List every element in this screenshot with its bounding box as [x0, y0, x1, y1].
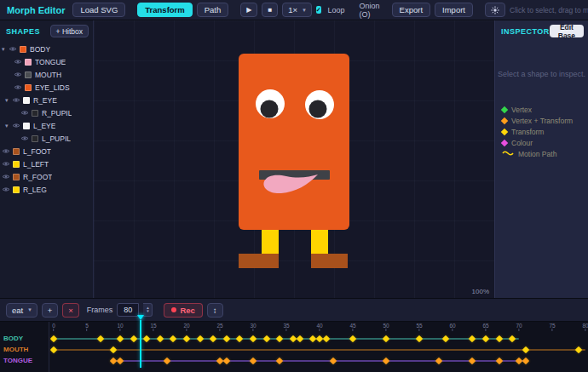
- keyframe-diamond[interactable]: [223, 357, 230, 363]
- keyframe-diamond[interactable]: [50, 346, 57, 352]
- keyframe-diamond[interactable]: [170, 335, 176, 341]
- caret-down-icon[interactable]: ▾: [2, 46, 9, 53]
- keyframe-diamond[interactable]: [117, 357, 124, 363]
- keyframe-diamond[interactable]: [250, 357, 257, 363]
- visibility-eye-icon[interactable]: [12, 97, 23, 103]
- keyframe-diamond[interactable]: [183, 335, 190, 341]
- ruler-tick[interactable]: 55: [416, 323, 422, 331]
- ruler-tick[interactable]: 80: [582, 323, 588, 331]
- keyframe-diamond[interactable]: [495, 357, 502, 363]
- keyframe-diamond[interactable]: [442, 335, 449, 341]
- animation-select[interactable]: eat ▾: [6, 303, 37, 318]
- keyframe-diamond[interactable]: [575, 346, 582, 352]
- ruler-tick[interactable]: 70: [516, 323, 522, 331]
- ruler-tick[interactable]: 65: [482, 323, 488, 331]
- keyframe-diamond[interactable]: [296, 335, 303, 341]
- keyframe-diamond[interactable]: [383, 335, 389, 341]
- path-button[interactable]: Path: [197, 3, 229, 17]
- keyframe-diamond[interactable]: [469, 335, 476, 341]
- visibility-eye-icon[interactable]: [2, 174, 13, 180]
- shape-row-r-eye[interactable]: ▾R_EYE: [0, 94, 93, 106]
- visibility-eye-icon[interactable]: [14, 59, 25, 65]
- visibility-eye-icon[interactable]: [2, 148, 13, 154]
- right-leg-shape[interactable]: [311, 230, 328, 254]
- ruler-tick[interactable]: 35: [283, 323, 289, 331]
- ruler-tick[interactable]: 0: [52, 323, 55, 331]
- ruler-tick[interactable]: 75: [549, 323, 555, 331]
- shape-row-mouth[interactable]: MOUTH: [0, 68, 93, 81]
- keyframe-diamond[interactable]: [509, 335, 516, 341]
- shape-row-body[interactable]: ▾BODY: [0, 43, 93, 55]
- ruler-tick[interactable]: 30: [250, 323, 256, 331]
- keyframe-diamond[interactable]: [196, 335, 203, 341]
- keyframe-diamond[interactable]: [435, 357, 442, 363]
- ruler-tick[interactable]: 20: [183, 323, 189, 331]
- frames-stepper[interactable]: ▲▼: [143, 303, 153, 317]
- load-svg-button[interactable]: Load SVG: [72, 3, 125, 17]
- export-button[interactable]: Export: [392, 3, 430, 17]
- keyframe-diamond[interactable]: [143, 335, 150, 341]
- right-foot-shape[interactable]: [311, 254, 348, 268]
- edit-base-button[interactable]: Edit Base: [550, 25, 584, 37]
- keyframe-diamond[interactable]: [383, 357, 389, 363]
- loop-checkbox[interactable]: [316, 6, 321, 14]
- visibility-eye-icon[interactable]: [14, 84, 25, 90]
- visibility-eye-icon[interactable]: [2, 186, 13, 192]
- rec-button[interactable]: Rec: [164, 303, 202, 318]
- shape-row-r-pupil[interactable]: R_PUPIL: [0, 106, 93, 119]
- caret-down-icon[interactable]: ▾: [5, 97, 12, 104]
- shape-row-r-leg[interactable]: R_LEG: [0, 183, 93, 196]
- shape-row-tongue[interactable]: TONGUE: [0, 55, 93, 68]
- body-shape[interactable]: [239, 54, 349, 230]
- left-leg-shape[interactable]: [262, 230, 279, 254]
- caret-down-icon[interactable]: ▾: [5, 123, 12, 129]
- keyframe-diamond[interactable]: [469, 357, 476, 363]
- frames-input[interactable]: [117, 303, 139, 317]
- keyframe-diamond[interactable]: [495, 335, 502, 341]
- keyframe-diamond[interactable]: [157, 335, 164, 341]
- shape-row-l-left[interactable]: L_LEFT: [0, 157, 93, 170]
- shape-row-l-pupil[interactable]: L_PUPIL: [0, 132, 93, 145]
- visibility-eye-icon[interactable]: [2, 161, 13, 167]
- resize-timeline-button[interactable]: ↕: [207, 303, 223, 318]
- keyframe-diamond[interactable]: [276, 357, 283, 363]
- right-pupil-shape[interactable]: [261, 100, 279, 118]
- keyframe-diamond[interactable]: [329, 357, 336, 363]
- keyframe-diamond[interactable]: [323, 335, 330, 341]
- keyframe-diamond[interactable]: [416, 335, 423, 341]
- settings-button[interactable]: [485, 3, 505, 17]
- keyframe-diamond[interactable]: [50, 335, 57, 341]
- add-animation-button[interactable]: +: [42, 303, 59, 318]
- track-label-body[interactable]: BODY: [3, 333, 23, 344]
- ruler-tick[interactable]: 60: [449, 323, 455, 331]
- left-foot-shape[interactable]: [239, 254, 279, 268]
- visibility-eye-icon[interactable]: [20, 135, 32, 141]
- ruler-tick[interactable]: 40: [316, 323, 322, 331]
- keyframe-diamond[interactable]: [130, 335, 136, 341]
- speed-select[interactable]: 1× ▾: [282, 3, 311, 17]
- keyframe-diamond[interactable]: [96, 335, 103, 341]
- play-button[interactable]: ▶: [240, 3, 257, 17]
- track-label-tongue[interactable]: TONGUE: [3, 355, 32, 366]
- ruler-tick[interactable]: 25: [216, 323, 222, 331]
- visibility-eye-icon[interactable]: [9, 46, 20, 52]
- stop-button[interactable]: ■: [262, 3, 278, 17]
- keyframe-diamond[interactable]: [276, 335, 283, 341]
- shape-row-l-foot[interactable]: L_FOOT: [0, 145, 93, 157]
- keyframe-diamond[interactable]: [117, 335, 124, 341]
- keyframe-diamond[interactable]: [482, 335, 489, 341]
- keyframe-diamond[interactable]: [210, 335, 216, 341]
- shape-row-l-eye[interactable]: ▾L_EYE: [0, 119, 93, 132]
- keyframe-diamond[interactable]: [522, 357, 529, 363]
- left-pupil-shape[interactable]: [309, 100, 327, 118]
- ruler-tick[interactable]: 5: [85, 323, 89, 331]
- ruler-tick[interactable]: 15: [150, 323, 156, 331]
- visibility-eye-icon[interactable]: [14, 72, 25, 77]
- keyframe-diamond[interactable]: [223, 335, 230, 341]
- keyframe-diamond[interactable]: [262, 335, 269, 341]
- ruler-tick[interactable]: 10: [117, 323, 123, 331]
- ruler-tick[interactable]: 50: [383, 323, 389, 331]
- keyframe-diamond[interactable]: [163, 357, 170, 363]
- keyframe-diamond[interactable]: [522, 346, 529, 352]
- add-hitbox-button[interactable]: + Hitbox: [50, 25, 89, 37]
